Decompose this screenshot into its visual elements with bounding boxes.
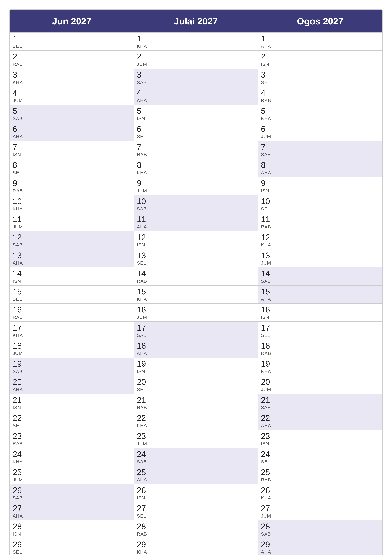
day-number: 1 [261, 34, 379, 43]
day-label: ISN [13, 405, 131, 410]
day-number: 25 [261, 468, 379, 477]
day-number: 22 [13, 414, 131, 423]
day-label: SAB [137, 459, 255, 465]
day-cell: 22SEL [10, 412, 134, 430]
day-cell: 8SEL [10, 159, 134, 177]
day-label: JUM [13, 224, 131, 230]
day-label: RAB [137, 405, 255, 410]
day-cell: 25RAB [258, 466, 382, 484]
day-label: SEL [261, 80, 379, 85]
day-label: ISN [13, 278, 131, 284]
day-label: AHA [261, 423, 379, 428]
day-number: 3 [261, 70, 379, 79]
day-cell: 28RAB [134, 520, 258, 538]
day-number: 17 [137, 323, 255, 332]
day-cell: 13JUM [258, 249, 382, 267]
day-cell: 16JUM [134, 303, 258, 321]
day-number: 19 [13, 359, 131, 368]
day-cell: 5SAB [10, 105, 134, 123]
day-cell: 23ISN [258, 430, 382, 448]
day-label: SAB [13, 116, 131, 121]
day-number: 5 [13, 106, 131, 116]
day-number: 26 [137, 486, 255, 495]
day-cell: 3SEL [258, 68, 382, 87]
day-label: ISN [261, 188, 379, 193]
day-number: 9 [261, 179, 379, 188]
day-number: 23 [13, 431, 131, 441]
day-cell: 27AHA [10, 502, 134, 520]
day-number: 27 [13, 504, 131, 513]
day-number: 21 [137, 395, 255, 405]
day-label: AHA [261, 297, 379, 302]
day-cell: 12SAB [10, 231, 134, 249]
day-label: AHA [13, 513, 131, 518]
day-number: 14 [261, 269, 379, 278]
day-label: SEL [261, 459, 379, 465]
day-cell: 22AHA [258, 412, 382, 430]
day-label: RAB [261, 98, 379, 103]
day-number: 28 [137, 522, 255, 531]
day-cell: 14RAB [134, 267, 258, 285]
day-cell: 18JUM [10, 340, 134, 358]
day-number: 24 [261, 450, 379, 459]
day-label: JUM [13, 351, 131, 356]
day-number: 6 [261, 124, 379, 133]
day-number: 11 [137, 215, 255, 224]
day-number: 16 [261, 305, 379, 314]
day-number: 22 [137, 414, 255, 423]
day-cell: 4RAB [258, 87, 382, 105]
day-label: AHA [13, 387, 131, 392]
day-number: 8 [13, 161, 131, 170]
day-label: AHA [13, 134, 131, 139]
day-label: SAB [261, 405, 379, 410]
day-number: 27 [137, 504, 255, 513]
day-cell: 23RAB [10, 430, 134, 448]
day-number: 3 [13, 70, 131, 79]
day-number: 19 [261, 359, 379, 368]
day-number: 13 [137, 251, 255, 260]
day-label: RAB [261, 351, 379, 356]
day-cell: 27SEL [134, 502, 258, 520]
day-number: 11 [261, 215, 379, 224]
day-label: KHA [13, 459, 131, 465]
day-cell: 20SEL [134, 376, 258, 394]
day-cell: 9ISN [258, 177, 382, 195]
day-number: 2 [261, 52, 379, 61]
day-label: JUM [261, 134, 379, 139]
day-cell: 12ISN [134, 231, 258, 249]
day-label: RAB [261, 477, 379, 482]
day-cell: 21ISN [10, 394, 134, 412]
day-cell: 14ISN [10, 267, 134, 285]
day-cell: 22KHA [134, 412, 258, 430]
day-cell: 20JUM [258, 376, 382, 394]
day-cell: 9RAB [10, 177, 134, 195]
day-label: SEL [137, 513, 255, 518]
day-cell: 19KHA [258, 358, 382, 376]
day-number: 25 [137, 468, 255, 477]
day-cell: 10SAB [134, 195, 258, 213]
day-label: ISN [13, 531, 131, 537]
day-label: KHA [137, 170, 255, 175]
day-number: 14 [13, 269, 131, 278]
day-number: 20 [137, 378, 255, 387]
day-number: 29 [261, 540, 379, 549]
day-cell: 20AHA [10, 376, 134, 394]
day-label: AHA [137, 477, 255, 482]
day-cell: 2JUM [134, 51, 258, 68]
day-cell: 1KHA [134, 32, 258, 51]
day-cell: 6AHA [10, 123, 134, 141]
day-label: JUM [261, 513, 379, 518]
day-cell: 25AHA [134, 466, 258, 484]
day-label: SEL [261, 206, 379, 212]
day-cell: 17KHA [10, 321, 134, 340]
day-label: ISN [137, 116, 255, 121]
day-number: 18 [261, 341, 379, 350]
day-number: 16 [13, 305, 131, 314]
day-number: 18 [137, 341, 255, 350]
day-cell: 6SEL [134, 123, 258, 141]
day-label: JUM [13, 477, 131, 482]
day-cell: 13AHA [10, 249, 134, 267]
day-label: KHA [261, 242, 379, 248]
day-number: 16 [137, 305, 255, 314]
day-label: AHA [137, 224, 255, 230]
